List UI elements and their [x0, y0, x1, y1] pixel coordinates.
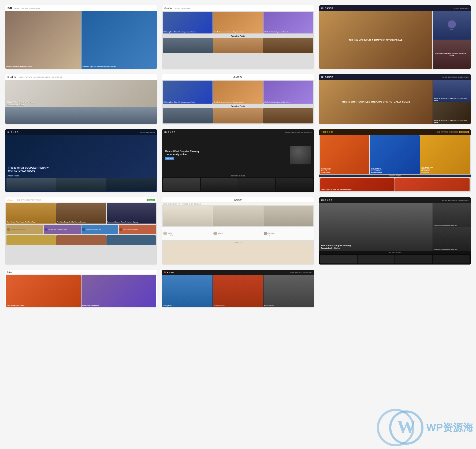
card-preview-partial1: licker Three Holiday Party Snacks Holida…: [5, 270, 157, 307]
card-craft[interactable]: Kicker HOME CATEGORIES POST FORMATS SHOP…: [162, 197, 314, 265]
card-preview-travel: Kicker Not being John Malkovich actor pa…: [162, 74, 314, 124]
card-preview-food: ● Kicker HOME CATEGORIES POST FORMATS Su…: [5, 197, 157, 265]
card-network[interactable]: KICKER HOME FEATURES CATEGORIES THIS IS …: [319, 74, 471, 124]
mock-logo-fashion: KICKER: [321, 7, 334, 10]
card-health[interactable]: Kaplan HOME CATEGORIES Not being John Ma…: [162, 5, 314, 69]
card-fashion[interactable]: KICKER HOME FEATURES THIS IS WHAT COUPLE…: [319, 5, 471, 69]
card-video[interactable]: 视频 HOME FEATURE CATEGORIES Hipster Trend…: [5, 5, 157, 69]
mock-logo-health: Kaplan: [164, 7, 173, 9]
card-gaming[interactable]: KICKER HOME FEATURES THIS IS WHAT COUPLE…: [5, 129, 157, 192]
card-preview-craft: Kicker HOME CATEGORIES POST FORMATS SHOP…: [162, 197, 314, 265]
theme-grid: 视频 HOME FEATURE CATEGORIES Hipster Trend…: [0, 0, 476, 313]
card-preview-gaming: KICKER HOME FEATURES THIS IS WHAT COUPLE…: [5, 129, 157, 192]
card-comics[interactable]: KICKER HOME FEATURES CATEGORIES SUBSCRIB…: [319, 129, 471, 192]
card-preview-video: 视频 HOME FEATURE CATEGORIES Hipster Trend…: [5, 5, 157, 69]
card-partial2[interactable]: ⬤ Kicker HOME FEATURES CATEGORIES Holida…: [162, 270, 314, 307]
mock-logo-creative: Kicker: [8, 76, 17, 78]
card-food[interactable]: ● Kicker HOME CATEGORIES POST FORMATS Su…: [5, 197, 157, 265]
card-preview-network: KICKER HOME FEATURES CATEGORIES THIS IS …: [319, 74, 471, 124]
card-partial1[interactable]: licker Three Holiday Party Snacks Holida…: [5, 270, 157, 307]
card-preview-fashion: KICKER HOME FEATURES THIS IS WHAT COUPLE…: [319, 5, 471, 69]
card-music[interactable]: KICKER HOME FEATURES CATEGORIES This Is …: [319, 197, 471, 265]
card-travel[interactable]: Kicker Not being John Malkovich actor pa…: [162, 74, 314, 124]
card-preview-tech: KICKER HOME FEATURES CATEGORIES This Is …: [162, 129, 314, 192]
card-creative[interactable]: Kicker HOME FEATURE CATEGORIES MORE CONT…: [5, 74, 157, 124]
card-preview-comics: KICKER HOME FEATURES CATEGORIES SUBSCRIB…: [319, 129, 471, 192]
card-preview-music: KICKER HOME FEATURES CATEGORIES This Is …: [319, 197, 471, 265]
card-preview-health: Kaplan HOME CATEGORIES Not being John Ma…: [162, 5, 314, 69]
card-preview-partial2: ⬤ Kicker HOME FEATURES CATEGORIES Holida…: [162, 270, 314, 307]
card-tech[interactable]: KICKER HOME FEATURES CATEGORIES This Is …: [162, 129, 314, 192]
card-preview-creative: Kicker HOME FEATURE CATEGORIES MORE CONT…: [5, 74, 157, 124]
mock-logo-video: 视频: [8, 7, 12, 10]
